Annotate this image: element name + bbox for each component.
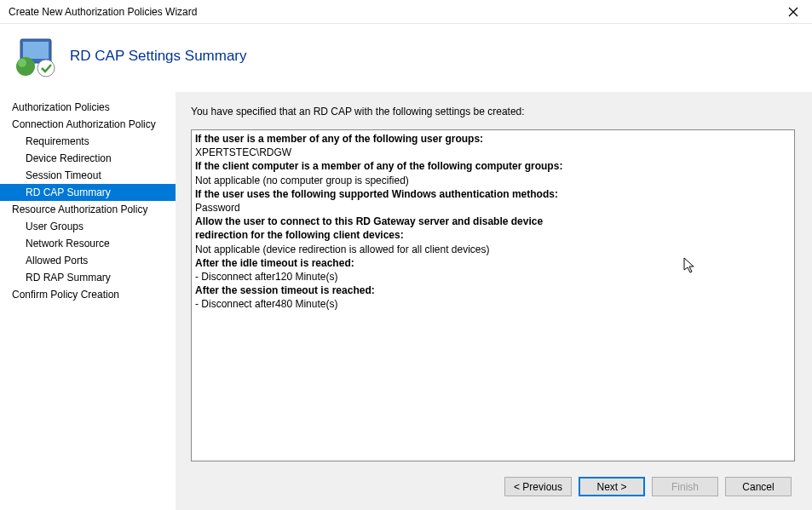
summary-heading-device-redirection-2: redirection for the following client dev… [195,228,791,242]
next-button[interactable]: Next > [579,477,645,496]
window-title: Create New Authorization Policies Wizard [9,6,197,18]
sidebar-item-network-resource[interactable]: Network Resource [0,235,176,252]
content-area: Authorization Policies Connection Author… [0,92,812,510]
summary-value-device-redirection: Not applicable (device redirection is al… [195,243,791,256]
svg-point-5 [18,59,26,67]
svg-rect-3 [23,42,49,59]
summary-textbox[interactable]: If the user is a member of any of the fo… [191,129,795,461]
summary-value-computer-groups: Not applicable (no computer group is spe… [195,174,791,187]
summary-value-idle-timeout: - Disconnect after120 Minute(s) [195,270,791,284]
summary-heading-idle-timeout: After the idle timeout is reached: [195,256,791,270]
sidebar-item-allowed-ports[interactable]: Allowed Ports [0,252,176,269]
sidebar-item-user-groups[interactable]: User Groups [0,218,176,235]
sidebar-item-resource-authorization-policy[interactable]: Resource Authorization Policy [0,201,176,218]
intro-text: You have specified that an RD CAP with t… [191,106,795,117]
sidebar-item-connection-authorization-policy[interactable]: Connection Authorization Policy [0,116,176,133]
sidebar-item-rd-cap-summary[interactable]: RD CAP Summary [0,184,176,201]
sidebar-item-confirm-policy-creation[interactable]: Confirm Policy Creation [0,286,176,303]
summary-value-user-groups: XPERTSTEC\RDGW [195,146,791,159]
summary-value-auth-methods: Password [195,201,791,215]
wizard-header: RD CAP Settings Summary [0,24,812,92]
close-button[interactable] [781,3,805,20]
finish-button: Finish [652,477,718,496]
summary-value-session-timeout: - Disconnect after480 Minute(s) [195,297,791,311]
wizard-icon [14,34,58,78]
page-title: RD CAP Settings Summary [70,48,247,65]
summary-heading-auth-methods: If the user uses the following supported… [195,187,791,201]
previous-button[interactable]: < Previous [504,477,572,496]
summary-heading-device-redirection-1: Allow the user to connect to this RD Gat… [195,215,791,228]
sidebar-item-rd-rap-summary[interactable]: RD RAP Summary [0,269,176,286]
close-icon [788,7,798,17]
svg-point-4 [16,57,35,76]
summary-heading-session-timeout: After the session timeout is reached: [195,284,791,297]
main-panel: You have specified that an RD CAP with t… [176,92,812,510]
svg-point-6 [37,60,55,77]
sidebar-item-session-timeout[interactable]: Session Timeout [0,167,176,184]
sidebar-item-device-redirection[interactable]: Device Redirection [0,150,176,167]
button-row: < Previous Next > Finish Cancel [191,461,795,500]
summary-heading-computer-groups: If the client computer is a member of an… [195,159,791,173]
sidebar-item-requirements[interactable]: Requirements [0,133,176,150]
cancel-button[interactable]: Cancel [725,477,792,496]
wizard-sidebar: Authorization Policies Connection Author… [0,92,176,510]
summary-heading-user-groups: If the user is a member of any of the fo… [195,132,791,146]
titlebar: Create New Authorization Policies Wizard [0,0,812,24]
sidebar-item-authorization-policies[interactable]: Authorization Policies [0,99,176,116]
